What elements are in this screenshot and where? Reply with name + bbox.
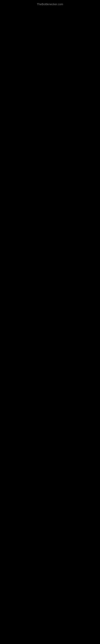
site-title: TheBottlenecker.com [0,1,100,8]
